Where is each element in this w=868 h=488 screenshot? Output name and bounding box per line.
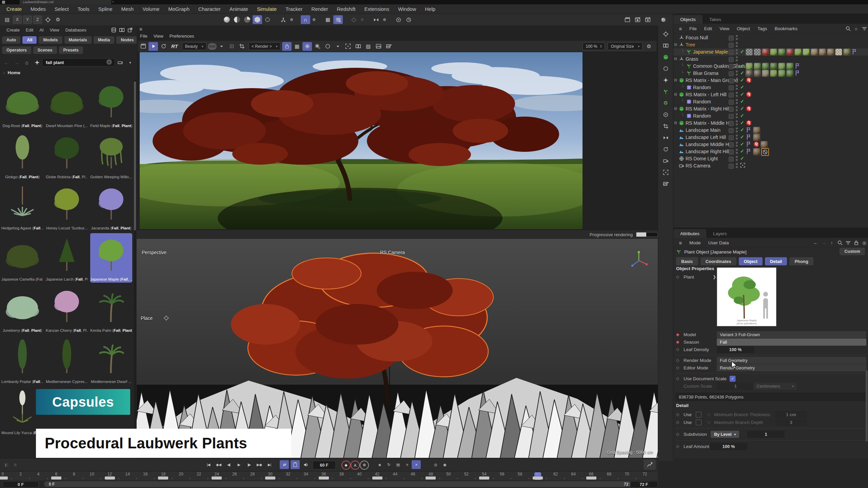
next-key-button[interactable]: ▶◆ [255, 460, 264, 469]
compare-caret-icon[interactable] [333, 42, 342, 51]
asset-scrollbar-thumb[interactable] [134, 81, 136, 230]
material-tag-icon[interactable] [786, 48, 793, 56]
render-menu-view[interactable]: View [154, 34, 163, 39]
forward-icon[interactable]: → [820, 239, 827, 246]
range-start-field[interactable]: 0 F [3, 481, 39, 488]
layer-box[interactable] [729, 50, 734, 55]
expand-collapse-icon[interactable]: ⊟ [674, 78, 677, 82]
object-name[interactable]: Landscape Left Hill [686, 135, 726, 140]
key-position-button[interactable]: ◈ [375, 460, 384, 469]
keyframe-dot[interactable]: ◇ [676, 376, 679, 381]
preset-dropdown[interactable]: Custom [840, 248, 865, 255]
layer-box[interactable] [729, 142, 734, 147]
enabled-check-icon[interactable]: ✓ [740, 63, 744, 68]
render-settings-icon[interactable] [643, 15, 652, 24]
keyframe-marker[interactable] [586, 476, 596, 480]
selection-filter-icon[interactable]: ▤ [2, 15, 12, 24]
pen-tool-icon[interactable] [661, 76, 671, 84]
layer-box[interactable] [729, 36, 734, 41]
menu-extensions[interactable]: Extensions [360, 6, 394, 12]
channel-rgb-icon[interactable]: RGB [208, 43, 217, 50]
pin-icon[interactable]: ◎ [861, 239, 868, 246]
visibility-dots[interactable] [736, 78, 738, 84]
menu-tools[interactable]: Tools [73, 6, 94, 12]
layer-box[interactable] [729, 135, 734, 140]
enabled-check-icon[interactable]: ✓ [740, 99, 744, 104]
asset-item[interactable]: Golden Weeping Willo... [90, 131, 132, 180]
material-tag-icon[interactable] [770, 70, 777, 77]
custom-scale-field[interactable]: 1 [717, 383, 754, 390]
autokey-button[interactable]: A [351, 461, 360, 470]
coordinate-system-icon[interactable] [43, 15, 53, 24]
redshift-tag-icon[interactable] [746, 105, 752, 112]
visibility-dots[interactable] [736, 56, 738, 62]
keyframe-dot[interactable]: ◆ [676, 332, 679, 337]
keyframe-marker[interactable] [426, 476, 436, 480]
camera-label[interactable]: RS Camera [380, 250, 405, 255]
expand-collapse-icon[interactable]: ⊟ [674, 121, 677, 125]
material-tag-icon[interactable] [746, 48, 753, 56]
material-tag-icon[interactable] [778, 63, 785, 70]
material-tag-icon[interactable] [746, 70, 753, 77]
asset-item[interactable]: Dwarf Mountain Pine (... [46, 80, 88, 129]
material-tag-icon[interactable] [754, 48, 761, 56]
perspective-viewport[interactable]: Perspective RS Camera Place Grid Spacing… [137, 239, 658, 458]
asset-item[interactable]: Japanese Maple (Fall, ... [90, 233, 132, 283]
menu-character[interactable]: Character [194, 6, 225, 12]
visibility-dots[interactable] [736, 127, 738, 134]
keyframe-dot[interactable]: ◇ [676, 412, 679, 417]
object-row[interactable]: ⊟RS Matrix - Right Hill✓ [673, 105, 868, 113]
lock-icon[interactable] [852, 239, 860, 246]
transform-tool-icon[interactable] [661, 29, 671, 38]
jump-start-button[interactable]: |◀ [204, 460, 213, 469]
object-row[interactable]: └Random✓ [673, 113, 868, 120]
material-tag-icon[interactable] [746, 63, 753, 70]
snap-gear-icon[interactable]: ⚙ [311, 15, 317, 24]
visibility-dots[interactable] [736, 149, 738, 155]
crop-region-icon[interactable] [237, 42, 247, 51]
layer-box[interactable] [729, 78, 734, 83]
render-view-menu-icon[interactable]: ≡ [139, 26, 142, 32]
asset-item[interactable]: Japanese Larch (Fall, Pl... [46, 233, 88, 283]
object-row[interactable]: └Blue Grama✓ [673, 70, 868, 77]
viewport-label[interactable]: Perspective [142, 250, 166, 255]
filter-chip-presets[interactable]: Presets [59, 46, 83, 54]
prev-frame-button[interactable]: ◀| [224, 460, 233, 469]
material-ball-icon[interactable] [658, 15, 668, 24]
hamburger-icon[interactable]: ≡ [676, 239, 685, 247]
keyframe-dot[interactable]: ◇ [676, 347, 679, 352]
plane-tool-icon[interactable] [661, 41, 671, 50]
layer-box[interactable] [729, 85, 734, 90]
object-row[interactable]: ⊟Tree [673, 41, 868, 48]
hamburger-icon[interactable]: ≡ [676, 24, 685, 33]
layer-box[interactable] [729, 93, 734, 98]
selection-flag-tag-icon[interactable] [746, 134, 752, 140]
asset-menu-edit[interactable]: Edit [23, 27, 36, 33]
lock-view-icon[interactable] [282, 42, 292, 51]
snapshot-group-icon[interactable]: G [313, 42, 322, 51]
use-max-branch-checkbox[interactable] [696, 420, 702, 425]
layer-box[interactable] [729, 128, 734, 133]
compare-circle-icon[interactable] [323, 42, 332, 51]
rotation-gear-icon[interactable]: ⚙ [359, 15, 365, 24]
tab-objects[interactable]: Objects [673, 15, 703, 24]
expand-collapse-icon[interactable]: ⊟ [674, 92, 677, 97]
plant-preview-image[interactable]: Japanese Maple (Acer palmatum) [717, 267, 776, 326]
attributes-scrollbar-thumb[interactable] [866, 370, 868, 442]
menu-spline[interactable]: Spline [94, 6, 117, 12]
visibility-dots[interactable] [736, 42, 738, 48]
om-menu-file[interactable]: File [686, 26, 701, 31]
asset-menu-view[interactable]: View [47, 27, 62, 33]
visibility-dots[interactable] [736, 163, 738, 169]
layer-box[interactable] [729, 43, 734, 48]
layer-box[interactable] [729, 107, 734, 112]
keyframe-dot[interactable]: ◇ [676, 274, 679, 279]
menu-help[interactable]: Help [420, 6, 440, 12]
current-frame-field[interactable]: 60 F [313, 461, 336, 469]
visibility-dots[interactable] [736, 63, 738, 69]
material-tag-icon[interactable] [819, 48, 826, 56]
object-row[interactable]: ⊟RS Matrix - Middle Hill✓ [673, 120, 868, 127]
keyframe-marker[interactable] [212, 476, 222, 480]
key-parameter-button[interactable]: ▤ [393, 460, 402, 469]
search-icon[interactable] [844, 25, 852, 32]
